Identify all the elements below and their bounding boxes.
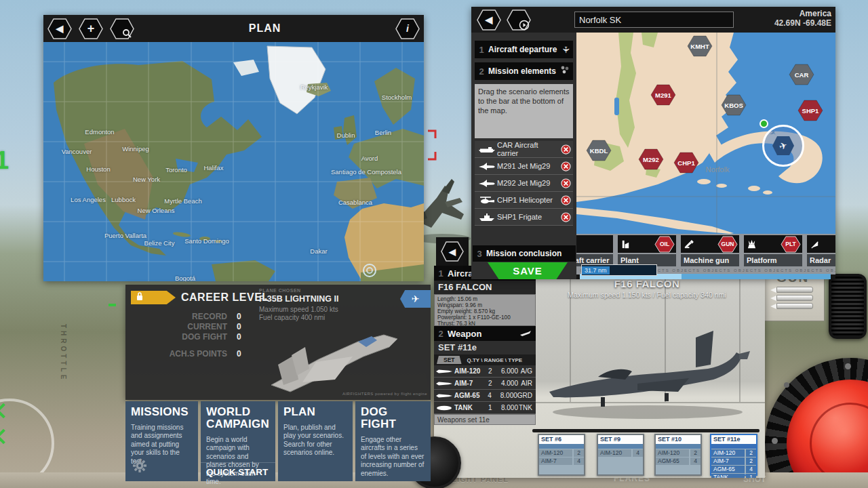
- scenario-name-input[interactable]: [574, 12, 734, 28]
- map-marker-kbdl[interactable]: KBDL: [586, 140, 612, 161]
- search-button[interactable]: [110, 18, 134, 39]
- weapon-qty: 4: [488, 392, 496, 399]
- set-card-weapon: AIM-120: [539, 449, 572, 457]
- weapon-range: 8.000: [496, 392, 517, 399]
- hangar-back-tile[interactable]: ◀: [436, 237, 469, 266]
- stat-label: RECORD: [132, 312, 227, 321]
- sets-scrollbar[interactable]: [532, 429, 760, 432]
- weapon-set-label: SET #11e: [434, 341, 536, 354]
- plane-select-button[interactable]: ✈: [400, 290, 431, 308]
- missile-icon: [434, 369, 454, 374]
- carrier-icon: [477, 145, 497, 153]
- play-button[interactable]: [507, 9, 531, 30]
- menu-card-plan[interactable]: PLANPlan, publish and play your scenario…: [278, 401, 353, 481]
- scenario-element-label: M291 Jet Mig29: [497, 162, 561, 170]
- info-button[interactable]: i: [395, 18, 420, 39]
- weapon-qty: 1: [488, 404, 496, 411]
- map-marker-car[interactable]: CAR: [789, 64, 814, 85]
- weapon-row-aim-120[interactable]: AIM-12026.000A/G: [434, 365, 536, 378]
- weapon-row-agm-65[interactable]: AGM-6548.000GRD: [434, 390, 536, 402]
- weapon-set-footer: Weapons set 11e: [434, 414, 536, 425]
- mission-map[interactable]: Norfolk KMHTCARM291KBOSSHP1KBDLM292CHP1 …: [576, 33, 835, 234]
- step-mission-conclusion[interactable]: 3 Mission conclusion: [473, 245, 576, 262]
- map-marker-kbos[interactable]: KBOS: [721, 94, 747, 116]
- map-marker-m291[interactable]: M291: [650, 84, 676, 106]
- object-item-machine-gun[interactable]: GUN: [681, 235, 739, 253]
- weapon-section-header[interactable]: 2 Weapon: [434, 326, 536, 341]
- editor-sidebar: 1 Aircraft departure ✈ 2 Mission element…: [471, 33, 576, 279]
- table-tab-set[interactable]: SET: [437, 356, 462, 364]
- menu-card-world-campaign[interactable]: WORLD CAMPAIGNBegin a world campaign wit…: [201, 401, 275, 481]
- set-card-qty: 4: [690, 458, 701, 465]
- scenario-element-row[interactable]: CAR Aircraft carrier: [475, 141, 573, 158]
- weapon-set-card-set11e[interactable]: SET #11eAIM-1202AIM-72AGM-654TANK1: [710, 434, 757, 476]
- map-marker-shp1[interactable]: SHP1: [797, 100, 823, 121]
- set-card-weapon: AGM-65: [711, 466, 745, 473]
- jet-icon: [477, 179, 497, 188]
- plan-header: ◀ + PLAN i: [43, 15, 424, 42]
- weapon-row-aim-7[interactable]: AIM-724.000AIR: [434, 378, 536, 390]
- aircraft-name: F16 FALCON: [434, 281, 536, 294]
- weapon-row-tank[interactable]: TANK18.000TNK: [434, 402, 536, 414]
- quick-start-button[interactable]: QUICK START: [201, 462, 275, 481]
- career-stat-row: ACH.S POINTS0: [132, 349, 268, 359]
- departure-waypoint[interactable]: [760, 119, 768, 128]
- scenario-element-label: CAR Aircraft carrier: [497, 141, 561, 157]
- menu-card-missions[interactable]: MISSIONSTraining missions and assignment…: [125, 401, 198, 481]
- region-label: America: [774, 9, 831, 18]
- scenario-element-row[interactable]: M292 Jet Mig29: [475, 175, 573, 192]
- set-card-title: SET #10: [656, 435, 701, 444]
- table-columns-label: Q.TY \ RANGE \ TYPE: [467, 357, 523, 363]
- fire-button[interactable]: [765, 358, 868, 488]
- frigate-icon: [477, 213, 497, 222]
- settings-gear-icon[interactable]: [132, 458, 147, 476]
- plane-chosen-label: PLANE CHOSEN: [259, 288, 301, 293]
- hud-tick: [108, 304, 116, 306]
- step-mission-elements[interactable]: 2 Mission elements: [475, 62, 573, 80]
- map-marker-chp1[interactable]: CHP1: [673, 152, 699, 174]
- career-title: CAREER LEVEL: [181, 291, 269, 304]
- back-button[interactable]: ◀: [47, 18, 72, 39]
- add-button[interactable]: +: [79, 18, 103, 39]
- distance-input[interactable]: 31.7 nm: [581, 264, 657, 276]
- plus-icon: +: [87, 22, 95, 36]
- remove-element-button[interactable]: [561, 161, 571, 171]
- locate-icon[interactable]: [362, 263, 377, 281]
- menu-card-desc: Plan, publish and play your scenarios. S…: [278, 421, 353, 460]
- object-item-radar[interactable]: [807, 235, 835, 253]
- f16-jet-image: [536, 325, 760, 427]
- set-card-qty: 4: [746, 466, 756, 473]
- map-marker-m292[interactable]: M292: [638, 148, 664, 170]
- helicopter-icon: [477, 196, 497, 205]
- save-button[interactable]: SAVE: [488, 262, 568, 279]
- aircraft-spec-line: Wingspan: 9.96 m: [437, 302, 532, 308]
- back-button[interactable]: ◀: [477, 9, 501, 30]
- weapon-name: AIM-120: [454, 367, 488, 375]
- weapon-set-card-set9[interactable]: SET #9AIM-1204: [597, 434, 644, 476]
- object-item-platform[interactable]: PLT: [744, 235, 802, 253]
- fire-button-inner-ring: [810, 403, 868, 484]
- map-marker-kmht[interactable]: KMHT: [687, 35, 713, 57]
- aircraft-departure-marker[interactable]: ✈: [762, 125, 804, 167]
- world-map[interactable]: EdmontonVancouverWinnipegHoustonTorontoH…: [43, 42, 424, 281]
- weapon-qty: 2: [488, 367, 496, 375]
- throttle-thumbwheel[interactable]: [829, 274, 867, 339]
- object-item-label: Radar: [807, 254, 835, 266]
- map-city-label: Berlin: [375, 129, 391, 136]
- stat-value: 0: [237, 312, 241, 321]
- weapon-set-card-set6[interactable]: SET #6AIM-1202AIM-74: [538, 434, 585, 476]
- fire-button-dome[interactable]: [787, 380, 868, 488]
- info-icon: i: [406, 23, 409, 34]
- remove-element-button[interactable]: [561, 195, 571, 205]
- weapon-set-card-set10[interactable]: SET #10AIM-1202AGM-654: [654, 434, 702, 476]
- remove-element-button[interactable]: [561, 144, 571, 155]
- object-item-plant[interactable]: OIL: [618, 235, 676, 253]
- scenario-element-row[interactable]: SHP1 Frigate: [475, 209, 573, 226]
- scenario-element-row[interactable]: CHP1 Helicopter: [475, 192, 573, 209]
- menu-card-dog-fight[interactable]: DOG FIGHTEngage other aircrafts in a ser…: [355, 401, 431, 481]
- remove-element-button[interactable]: [561, 178, 571, 188]
- scenario-element-row[interactable]: M291 Jet Mig29: [475, 158, 573, 175]
- step-aircraft-departure[interactable]: 1 Aircraft departure ✈: [475, 41, 573, 58]
- object-badge: PLT: [781, 236, 801, 253]
- remove-element-button[interactable]: [561, 212, 571, 222]
